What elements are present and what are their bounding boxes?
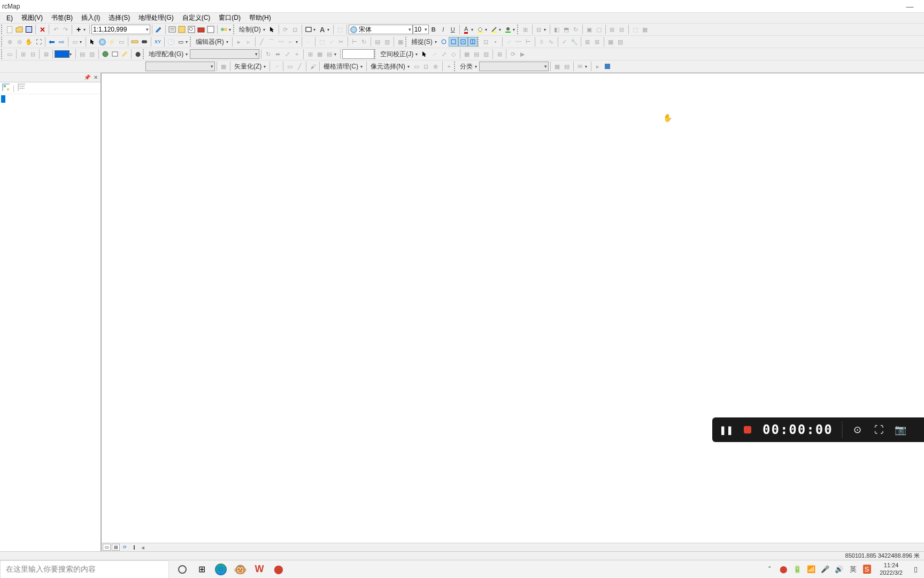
app-2[interactable]: 🐵 — [234, 564, 246, 575]
prev-extent-button[interactable]: ⬅ — [47, 37, 57, 47]
font-color-button[interactable]: A — [461, 25, 471, 34]
vec-dropdown[interactable]: ▾ — [264, 64, 268, 69]
fill-color-button[interactable] — [475, 25, 485, 34]
scale-combo[interactable]: 1:1,120,999 — [91, 25, 150, 34]
toc-list-by-source[interactable] — [18, 83, 25, 93]
recorder-compress-button[interactable]: ⛶ — [873, 423, 886, 436]
toc-close-button[interactable]: ✕ — [92, 74, 99, 81]
error-inspect-button[interactable]: ⊠ — [583, 37, 592, 47]
pixel-tool4[interactable]: + — [444, 62, 454, 71]
seg-dropdown[interactable]: ▾ — [296, 40, 300, 44]
toolbar-handle[interactable] — [1, 25, 3, 34]
arc-seg-button[interactable]: ⌒ — [267, 37, 276, 47]
view-links-button[interactable]: ▦ — [315, 49, 325, 59]
parcel-sel-button[interactable]: ⊟ — [28, 49, 37, 59]
refresh-button[interactable]: ⟳ — [121, 544, 129, 551]
color-dropdown[interactable]: ▾ — [70, 52, 74, 57]
pan-button[interactable]: ✋ — [24, 37, 34, 47]
snap-edge-button[interactable] — [468, 37, 478, 47]
snap-dropdown[interactable]: ▾ — [435, 40, 439, 44]
markercolor-dropdown[interactable]: ▾ — [513, 27, 517, 32]
tray-mic[interactable]: 🎤 — [821, 565, 829, 574]
draw-dropdown[interactable]: ▾ — [263, 27, 267, 32]
edit-vertices-button[interactable]: ⬚ — [335, 25, 345, 34]
select-features-button[interactable]: ▭ — [70, 37, 80, 47]
cortana-button[interactable] — [176, 564, 188, 575]
python-button[interactable] — [206, 25, 215, 34]
edit-anno-button[interactable]: ▹ — [244, 37, 253, 47]
task-view-button[interactable]: ⊞ — [196, 564, 207, 575]
georef-shift-button[interactable]: ⬌ — [273, 49, 282, 59]
viewer-dropdown[interactable]: ▾ — [186, 40, 190, 44]
parcel-explorer-button[interactable]: ▤ — [78, 49, 87, 59]
review-button[interactable]: ⬤ — [133, 49, 143, 59]
vectorize-label[interactable]: 矢量化(Z) — [232, 62, 264, 71]
modify-button[interactable]: ⟋ — [504, 37, 514, 47]
geocode-button[interactable] — [101, 49, 110, 59]
create-features-button[interactable]: ▦ — [396, 37, 405, 47]
zoom-element-button[interactable]: ⊡ — [290, 25, 300, 34]
adj-preview-button[interactable]: ⟳ — [508, 49, 518, 59]
disp-link-button[interactable]: ⟋ — [429, 49, 439, 59]
georef-label[interactable]: 地理配准(G) — [147, 50, 186, 59]
spatial-adj-label[interactable]: 空间校正(J) — [378, 50, 415, 59]
vec-line-button[interactable]: ╱ — [295, 62, 304, 71]
rotate-r-button[interactable]: ↻ — [571, 25, 581, 34]
toc-tree[interactable] — [0, 94, 101, 551]
undo-button[interactable]: ↶ — [51, 25, 60, 34]
rotate-tool-button[interactable]: ↻ — [359, 37, 369, 47]
measure-button[interactable] — [130, 37, 140, 47]
map-view[interactable]: ✋ ▭ ▤ ⟳ ‖ ◂ — [102, 73, 924, 551]
georef-input[interactable] — [342, 49, 374, 59]
topo-node-button[interactable]: • — [491, 37, 500, 47]
parcel-merge-button[interactable]: ⊠ — [41, 49, 51, 59]
toolbar-handle-8[interactable] — [1, 49, 3, 59]
toolbar-handle-7[interactable] — [478, 37, 480, 47]
pixel-tool1[interactable]: ▭ — [412, 62, 421, 71]
find-button[interactable] — [140, 37, 149, 47]
identify-button[interactable] — [97, 37, 107, 47]
snap-end-button[interactable] — [449, 37, 458, 47]
psel-dropdown[interactable]: ▾ — [407, 64, 412, 69]
georef-scale-button[interactable]: ⤢ — [282, 49, 292, 59]
tray-ime[interactable]: 英 — [849, 565, 857, 574]
menu-customize[interactable]: 自定义(C) — [178, 12, 215, 24]
goto-xy-button[interactable]: XY — [153, 37, 163, 47]
order-back-button[interactable]: ▢ — [594, 25, 604, 34]
menu-file[interactable]: E) — [2, 13, 17, 23]
ct3-dropdown[interactable]: ▾ — [585, 64, 589, 69]
taskbar-search[interactable]: 在这里输入你要搜索的内容 — [0, 560, 169, 579]
georef-dropdown[interactable]: ▾ — [186, 52, 190, 57]
rematch-button[interactable] — [120, 49, 129, 59]
point-button[interactable]: · — [304, 37, 313, 47]
tray-wifi[interactable]: 📶 — [807, 565, 815, 574]
shape-dropdown[interactable]: ▾ — [313, 27, 318, 32]
font-combo[interactable]: 宋体 — [349, 25, 413, 34]
classify-label[interactable]: 分类 — [458, 62, 475, 71]
linecolor-dropdown[interactable]: ▾ — [499, 27, 503, 32]
save-button[interactable] — [24, 25, 34, 34]
topo-edit-button[interactable]: ⊡ — [481, 37, 491, 47]
toc-list-by-drawing[interactable] — [2, 83, 10, 93]
delete-link-button[interactable]: ▤ — [325, 49, 334, 59]
line-color-button[interactable] — [489, 25, 499, 34]
time-slider-button[interactable]: 🕐 — [166, 37, 176, 47]
tray-notification[interactable]: ▯ — [911, 565, 920, 574]
class-tool5[interactable] — [603, 62, 612, 71]
vec-shape-button[interactable]: ▭ — [285, 62, 295, 71]
shared-button[interactable]: ⊞ — [592, 37, 602, 47]
toolbar-handle-9[interactable] — [143, 49, 145, 59]
georef-layer-combo[interactable] — [190, 49, 259, 59]
font-size-combo[interactable]: 10 — [413, 25, 429, 34]
convert-button[interactable]: ⬚ — [630, 25, 640, 34]
catalog-button[interactable] — [177, 25, 187, 34]
class-tool3[interactable]: ✉ — [575, 62, 585, 71]
toolbar-handle-11[interactable] — [454, 62, 456, 71]
smooth-button[interactable]: ∿ — [546, 37, 556, 47]
menu-insert[interactable]: 插入(I) — [77, 12, 104, 24]
recorder-app[interactable]: ⬤ — [273, 564, 284, 575]
toolbar-handle-5[interactable] — [190, 37, 192, 47]
color-picker[interactable] — [55, 50, 70, 58]
tray-volume[interactable]: 🔊 — [835, 565, 843, 574]
add-data-button[interactable]: + — [74, 25, 83, 34]
